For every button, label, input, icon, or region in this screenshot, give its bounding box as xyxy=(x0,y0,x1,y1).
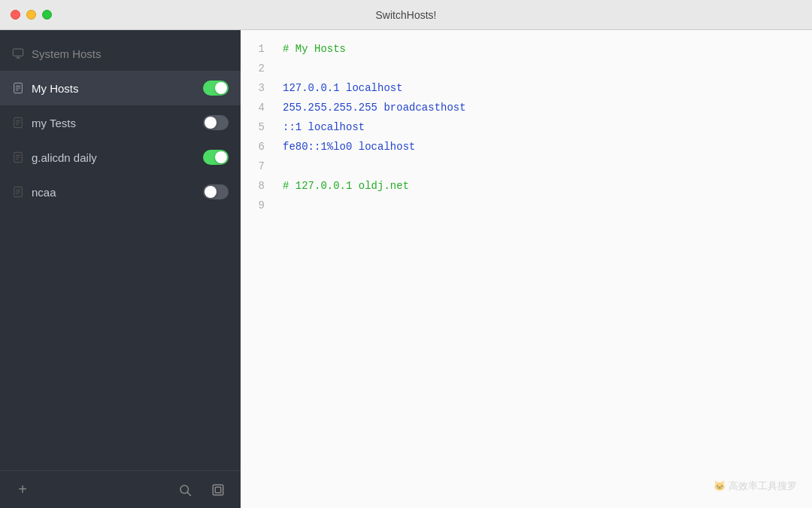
add-icon: + xyxy=(18,481,27,498)
code-line-2 xyxy=(283,59,800,78)
window-title: SwitchHosts! xyxy=(376,9,437,21)
code-line-1: # My Hosts xyxy=(283,39,800,59)
g-alicdn-toggle[interactable] xyxy=(203,150,229,165)
line-num-5: 5 xyxy=(247,117,265,137)
file-icon-my-hosts xyxy=(12,82,24,94)
svg-rect-19 xyxy=(213,485,223,495)
monitor-icon xyxy=(12,47,24,59)
my-tests-label: my Tests xyxy=(32,117,203,129)
my-hosts-label: My Hosts xyxy=(32,82,203,95)
sidebar-item-g-alicdn-daily[interactable]: g.alicdn daily xyxy=(0,140,241,175)
line-num-2: 2 xyxy=(247,59,265,78)
main-layout: System Hosts My Hosts xyxy=(0,30,812,508)
line-num-6: 6 xyxy=(247,137,265,157)
line-num-4: 4 xyxy=(247,98,265,117)
close-button[interactable] xyxy=(11,10,20,20)
code-line-3: 127.0.0.1 localhost xyxy=(283,78,800,98)
add-host-button[interactable]: + xyxy=(12,479,33,500)
my-tests-toggle[interactable] xyxy=(203,115,229,130)
svg-rect-0 xyxy=(13,49,23,56)
sidebar-list: System Hosts My Hosts xyxy=(0,30,241,470)
code-area[interactable]: # My Hosts 127.0.0.1 localhost 255.255.2… xyxy=(271,39,812,499)
line-num-3: 3 xyxy=(247,78,265,98)
sidebar-item-ncaa[interactable]: ncaa xyxy=(0,175,241,209)
code-line-4: 255.255.255.255 broadcasthost xyxy=(283,98,800,117)
search-icon xyxy=(178,483,192,497)
svg-line-18 xyxy=(187,492,190,495)
code-line-7 xyxy=(283,157,800,176)
file-icon-my-tests xyxy=(12,117,24,129)
line-num-1: 1 xyxy=(247,39,265,59)
g-alicdn-toggle-knob xyxy=(215,151,227,163)
line-num-7: 7 xyxy=(247,157,265,176)
ncaa-label: ncaa xyxy=(32,186,203,199)
file-icon-g-alicdn xyxy=(12,151,24,163)
settings-button[interactable] xyxy=(208,479,229,500)
sidebar-item-my-hosts[interactable]: My Hosts xyxy=(0,71,241,105)
titlebar: SwitchHosts! xyxy=(0,0,812,30)
search-button[interactable] xyxy=(174,479,195,500)
my-hosts-toggle[interactable] xyxy=(203,81,229,96)
my-hosts-toggle-knob xyxy=(215,82,227,94)
ncaa-toggle[interactable] xyxy=(203,184,229,199)
minimize-button[interactable] xyxy=(26,10,36,20)
line-numbers: 1 2 3 4 5 6 7 8 9 xyxy=(241,39,271,499)
my-tests-toggle-knob xyxy=(205,117,217,129)
watermark: 🐱 高效率工具搜罗 xyxy=(714,479,797,493)
g-alicdn-label: g.alicdn daily xyxy=(32,151,203,164)
code-line-6: fe80::1%lo0 localhost xyxy=(283,137,800,157)
system-hosts-label: System Hosts xyxy=(32,47,229,60)
svg-rect-20 xyxy=(215,487,221,493)
maximize-button[interactable] xyxy=(42,10,52,20)
sidebar: System Hosts My Hosts xyxy=(0,30,241,508)
editor-panel: 1 2 3 4 5 6 7 8 9 # My Hosts 127.0.0.1 l… xyxy=(241,30,812,508)
traffic-lights xyxy=(11,10,52,20)
file-icon-ncaa xyxy=(12,186,24,198)
sidebar-item-system-hosts[interactable]: System Hosts xyxy=(0,36,241,71)
editor-content[interactable]: 1 2 3 4 5 6 7 8 9 # My Hosts 127.0.0.1 l… xyxy=(241,30,812,508)
sidebar-footer: + xyxy=(0,470,241,508)
line-num-8: 8 xyxy=(247,176,265,196)
ncaa-toggle-knob xyxy=(205,186,217,198)
code-line-9 xyxy=(283,196,800,215)
code-line-5: ::1 localhost xyxy=(283,117,800,137)
sidebar-item-my-tests[interactable]: my Tests xyxy=(0,105,241,140)
settings-icon xyxy=(211,483,225,497)
code-line-8: # 127.0.0.1 oldj.net xyxy=(283,176,800,196)
line-num-9: 9 xyxy=(247,196,265,215)
